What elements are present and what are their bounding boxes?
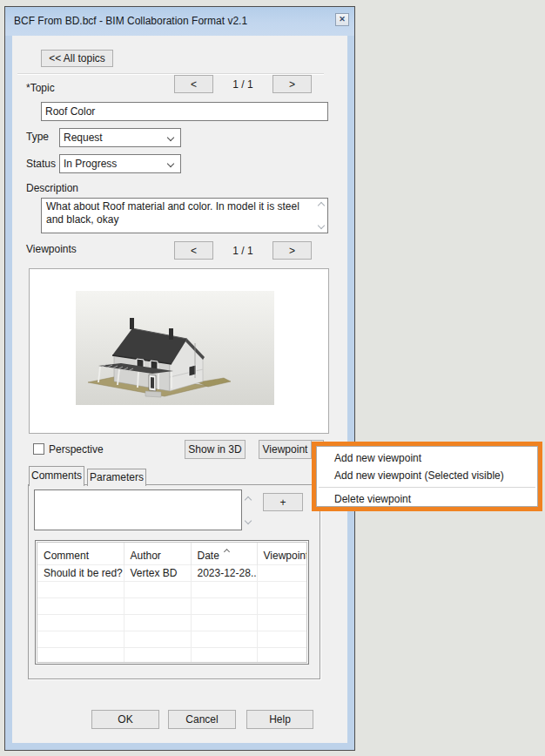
comments-table-frame: Comment Author Date Viewpoint Should it …: [35, 540, 309, 665]
viewpoint-thumbnail: [76, 291, 274, 405]
table-row-empty: [37, 597, 306, 614]
dialog-body: << All topics *Topic < 1 / 1 > Roof Colo…: [12, 36, 347, 743]
title-bar[interactable]: BCF From BD.bcf - BIM Collaboration Form…: [5, 7, 354, 36]
status-label: Status: [26, 158, 56, 170]
tab-parameters-label: Parameters: [90, 471, 144, 483]
table-row-empty: [37, 614, 306, 631]
desktop-background: BCF From BD.bcf - BIM Collaboration Form…: [0, 0, 545, 756]
table-row-empty: [37, 647, 306, 663]
add-comment-button[interactable]: +: [263, 493, 303, 511]
bcf-dialog: BCF From BD.bcf - BIM Collaboration Form…: [4, 6, 355, 751]
house-render: [76, 291, 274, 405]
new-comment-input[interactable]: [34, 489, 242, 530]
spinner-down-icon[interactable]: [245, 517, 252, 524]
help-button[interactable]: Help: [246, 710, 313, 729]
scroll-down-icon[interactable]: [318, 222, 325, 229]
sort-ascending-icon: [225, 544, 229, 557]
table-row-empty: [37, 631, 306, 647]
viewpoint-context-menu: Add new viewpoint Add new viewpoint (Sel…: [316, 446, 538, 507]
tab-comments[interactable]: Comments: [29, 466, 84, 486]
perspective-label: Perspective: [49, 443, 104, 456]
all-topics-button[interactable]: << All topics: [41, 50, 113, 67]
chevron-down-icon: [167, 160, 174, 167]
highlight-annotation: Add new viewpoint Add new viewpoint (Sel…: [312, 442, 542, 511]
scroll-up-icon[interactable]: [318, 202, 325, 209]
type-select[interactable]: Request: [59, 128, 181, 147]
cell-viewpoint: [257, 564, 306, 581]
col-header-date[interactable]: Date: [191, 543, 257, 564]
tab-comments-label: Comments: [31, 469, 82, 482]
tab-parameters[interactable]: Parameters: [87, 469, 146, 486]
menu-separator: [319, 487, 535, 488]
close-icon[interactable]: ✕: [335, 13, 349, 26]
description-textarea[interactable]: What about Roof material and color. In m…: [41, 198, 328, 233]
description-label: Description: [26, 182, 78, 194]
viewpoint-button-label: Viewpoint: [259, 441, 311, 458]
col-header-viewpoint[interactable]: Viewpoint: [257, 543, 306, 564]
cancel-button[interactable]: Cancel: [168, 710, 236, 729]
menu-item-add-viewpoint[interactable]: Add new viewpoint: [317, 449, 537, 467]
topic-input[interactable]: Roof Color: [41, 102, 328, 121]
spinner-up-icon[interactable]: [245, 496, 252, 503]
viewpoint-page-counter: 1 / 1: [216, 245, 270, 257]
cell-author: Vertex BD: [124, 564, 191, 581]
cell-comment: Should it be red?: [37, 564, 124, 581]
status-value: In Progress: [64, 158, 117, 170]
topic-prev-button[interactable]: <: [174, 75, 213, 93]
viewpoint-prev-button[interactable]: <: [174, 241, 213, 260]
type-value: Request: [64, 132, 103, 144]
type-label: Type: [26, 131, 49, 143]
topic-next-button[interactable]: >: [272, 75, 312, 93]
chevron-down-icon: [167, 134, 174, 141]
col-header-author[interactable]: Author: [124, 543, 191, 564]
ok-button[interactable]: OK: [91, 710, 159, 729]
perspective-checkbox[interactable]: [33, 443, 44, 455]
comments-table[interactable]: Comment Author Date Viewpoint Should it …: [37, 542, 307, 663]
menu-item-delete-viewpoint[interactable]: Delete viewpoint: [317, 490, 537, 508]
table-row-empty: [37, 581, 306, 597]
viewpoint-preview-frame: [29, 268, 329, 434]
topic-page-counter: 1 / 1: [216, 78, 270, 91]
topic-label: *Topic: [26, 82, 55, 94]
status-select[interactable]: In Progress: [59, 154, 181, 173]
description-text: What about Roof material and color. In m…: [46, 200, 299, 226]
viewpoints-label: Viewpoints: [26, 243, 77, 255]
dialog-title: BCF From BD.bcf - BIM Collaboration Form…: [14, 7, 247, 36]
show-in-3d-button[interactable]: Show in 3D: [185, 440, 246, 459]
table-row[interactable]: Should it be red? Vertex BD 2023-12-28..…: [37, 564, 306, 581]
menu-item-add-viewpoint-selected[interactable]: Add new viewpoint (Selected visible): [317, 467, 537, 484]
table-header-row[interactable]: Comment Author Date Viewpoint: [37, 543, 306, 564]
col-header-comment[interactable]: Comment: [37, 543, 124, 564]
comments-tab-page: + Comment Author Date: [28, 484, 320, 679]
cell-date: 2023-12-28...: [191, 564, 257, 581]
viewpoint-next-button[interactable]: >: [272, 241, 312, 260]
